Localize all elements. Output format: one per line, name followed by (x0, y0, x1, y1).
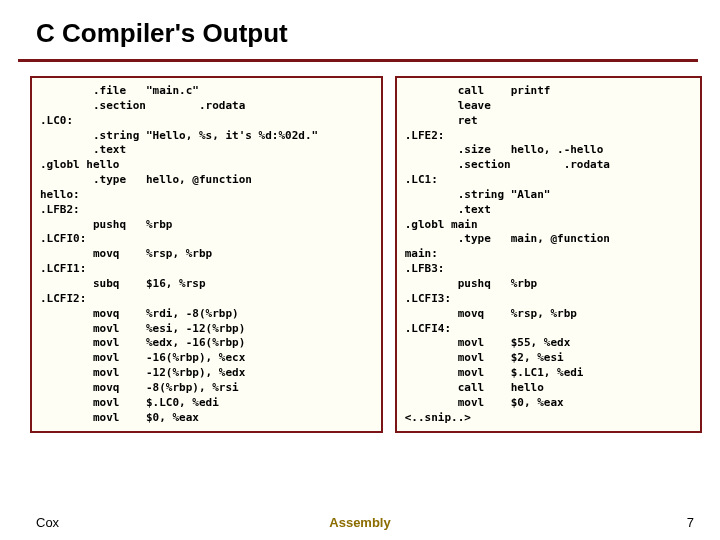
code-right: call printf leave ret .LFE2: .size hello… (405, 84, 692, 425)
code-box-left: .file "main.c" .section .rodata .LC0: .s… (30, 76, 383, 433)
footer: Cox Assembly 7 (0, 515, 720, 530)
slide-title: C Compiler's Output (36, 18, 720, 49)
page-number: 7 (687, 515, 694, 530)
footer-topic: Assembly (329, 515, 390, 530)
title-wrap: C Compiler's Output (0, 0, 720, 53)
footer-author: Cox (36, 515, 59, 530)
code-columns: .file "main.c" .section .rodata .LC0: .s… (0, 62, 720, 433)
code-left: .file "main.c" .section .rodata .LC0: .s… (40, 84, 373, 425)
code-box-right: call printf leave ret .LFE2: .size hello… (395, 76, 702, 433)
